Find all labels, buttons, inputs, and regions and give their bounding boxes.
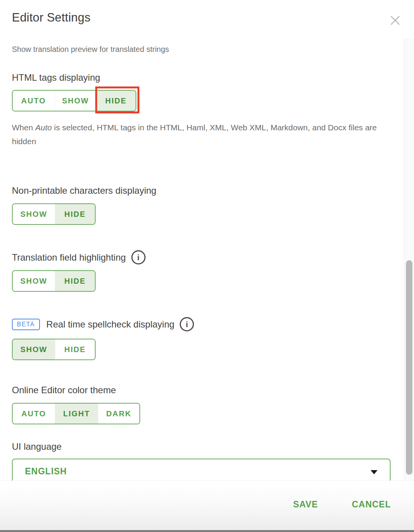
chevron-down-icon [371,470,378,474]
dialog-title: Editor Settings [12,11,91,25]
info-icon[interactable]: i [180,317,194,331]
non-printable-control-wrap: SHOW HIDE [12,203,393,225]
field-highlighting-row: Translation field highlighting i [12,250,393,264]
html-tags-help-text: When Auto is selected, HTML tags in the … [12,121,392,148]
help-suffix: is selected, HTML tags in the HTML, Haml… [12,123,377,146]
field-highlighting-option-show[interactable]: SHOW [13,271,55,291]
non-printable-option-show[interactable]: SHOW [13,204,55,224]
color-theme-option-dark[interactable]: DARK [98,404,139,424]
close-icon [389,14,401,27]
field-highlighting-option-hide[interactable]: HIDE [55,271,95,291]
close-button[interactable] [389,14,402,27]
color-theme-label: Online Editor color theme [12,385,393,396]
ui-language-value: ENGLISH [25,466,67,477]
non-printable-label: Non-printable characters displaying [12,185,393,196]
scrollbar-track[interactable] [404,38,414,480]
spellcheck-control-wrap: SHOW HIDE [12,339,393,360]
footer-buttons: SAVE CANCEL [293,499,391,510]
non-printable-option-hide[interactable]: HIDE [55,204,95,224]
spellcheck-option-hide[interactable]: HIDE [55,339,95,359]
field-highlighting-control-wrap: SHOW HIDE [12,270,393,292]
spellcheck-segmented-control: SHOW HIDE [12,339,96,360]
ui-language-label: UI language [12,441,393,452]
html-tags-option-show[interactable]: SHOW [55,91,96,111]
color-theme-control-wrap: AUTO LIGHT DARK [12,403,393,424]
color-theme-option-auto[interactable]: AUTO [13,404,55,424]
dialog-header: Editor Settings [0,0,414,38]
cancel-button[interactable]: CANCEL [352,499,391,510]
non-printable-segmented-control: SHOW HIDE [12,203,96,225]
spellcheck-row: BETA Real time spellcheck displaying i [12,317,393,331]
dialog-bottom-edge [0,530,414,532]
translation-preview-note: Show translation preview for translated … [12,45,393,54]
spellcheck-label: Real time spellcheck displaying [46,319,175,330]
help-prefix: When [12,123,35,132]
html-tags-option-hide[interactable]: HIDE [96,91,136,111]
settings-body: Show translation preview for translated … [12,38,393,484]
html-tags-label: HTML tags displaying [12,72,393,83]
dialog-footer: SAVE CANCEL [0,480,414,530]
field-highlighting-label: Translation field highlighting [12,252,126,263]
html-tags-control-wrap: AUTO SHOW HIDE [12,90,393,111]
color-theme-option-light[interactable]: LIGHT [55,404,98,424]
scrollbar-thumb[interactable] [406,260,412,475]
color-theme-segmented-control: AUTO LIGHT DARK [12,403,140,424]
field-highlighting-segmented-control: SHOW HIDE [12,270,96,292]
save-button[interactable]: SAVE [293,499,318,510]
html-tags-option-auto[interactable]: AUTO [13,91,55,111]
info-icon[interactable]: i [131,250,146,264]
beta-badge: BETA [12,319,40,330]
help-italic-auto: Auto [35,123,52,132]
html-tags-segmented-control: AUTO SHOW HIDE [12,90,136,111]
spellcheck-option-show[interactable]: SHOW [13,339,55,359]
